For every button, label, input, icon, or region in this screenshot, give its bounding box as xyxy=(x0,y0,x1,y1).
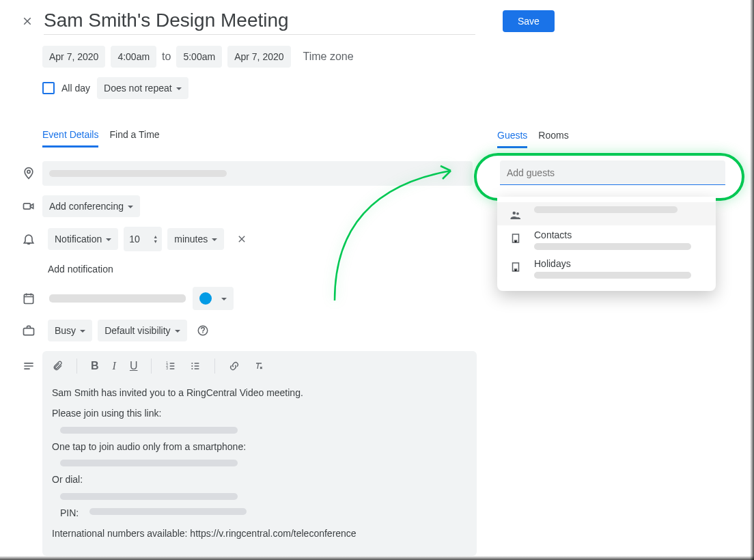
suggestion-label: Contacts xyxy=(534,229,703,240)
end-time[interactable]: 5:00am xyxy=(176,46,222,68)
suggestion-label: Holidays xyxy=(534,258,703,269)
link-icon[interactable] xyxy=(229,361,240,372)
save-button[interactable]: Save xyxy=(503,10,555,32)
location-icon xyxy=(15,167,42,180)
visibility-dropdown[interactable]: Default visibility xyxy=(98,320,186,341)
repeat-dropdown[interactable]: Does not repeat xyxy=(97,77,188,99)
desc-line: Please join using this link: xyxy=(52,406,467,421)
suggestion-row[interactable] xyxy=(497,202,716,225)
color-dot xyxy=(199,292,212,305)
add-notification-button[interactable]: Add notification xyxy=(42,261,119,277)
location-input[interactable] xyxy=(42,161,473,186)
busy-dropdown[interactable]: Busy xyxy=(48,320,92,341)
italic-icon[interactable]: I xyxy=(113,360,116,372)
notification-value-stepper[interactable]: 10 ▲▼ xyxy=(124,227,162,251)
suggestion-holidays[interactable]: Holidays xyxy=(497,254,716,283)
desc-line: One tap to join audio only from a smartp… xyxy=(52,439,467,454)
svg-rect-1 xyxy=(24,204,31,209)
svg-point-8 xyxy=(192,363,193,364)
video-icon xyxy=(15,199,42,213)
notification-type-dropdown[interactable]: Notification xyxy=(48,228,118,250)
bold-icon[interactable]: B xyxy=(91,360,99,372)
remove-notification-button[interactable] xyxy=(229,229,254,249)
svg-rect-3 xyxy=(24,328,34,335)
desc-pin: PIN: xyxy=(60,507,79,518)
desc-line: Sam Smith has invited you to a RingCentr… xyxy=(52,385,467,400)
conferencing-dropdown[interactable]: Add conferencing xyxy=(42,195,140,217)
briefcase-icon xyxy=(15,324,42,337)
desc-line: International numbers available: https:/… xyxy=(52,526,467,541)
people-icon xyxy=(509,206,523,221)
calendar-color-dropdown[interactable] xyxy=(193,287,234,310)
desc-line: Or dial: xyxy=(52,472,467,487)
building-icon xyxy=(509,229,523,244)
bullet-list-icon[interactable] xyxy=(190,361,201,372)
clear-formatting-icon[interactable] xyxy=(253,361,264,372)
add-guests-input[interactable] xyxy=(500,160,725,185)
tab-event-details[interactable]: Event Details xyxy=(42,129,98,148)
description-box[interactable]: B I U 123 Sam Smith has invited you to a… xyxy=(42,351,477,556)
calendar-icon xyxy=(15,292,42,305)
suggestion-contacts[interactable]: Contacts xyxy=(497,225,716,254)
close-button[interactable] xyxy=(14,8,41,35)
event-title-input[interactable] xyxy=(44,7,475,35)
help-icon[interactable] xyxy=(193,320,213,341)
to-label: to xyxy=(162,51,171,63)
numbered-list-icon[interactable]: 123 xyxy=(165,361,176,372)
allday-label: All day xyxy=(61,83,90,94)
guest-suggestions: Contacts Holidays xyxy=(497,197,716,291)
timezone-button[interactable]: Time zone xyxy=(303,51,354,63)
svg-point-9 xyxy=(192,365,193,367)
svg-point-11 xyxy=(513,212,516,215)
svg-point-12 xyxy=(516,212,519,215)
description-icon xyxy=(15,351,42,373)
notification-unit-dropdown[interactable]: minutes xyxy=(167,228,224,250)
svg-text:3: 3 xyxy=(167,367,169,370)
end-date[interactable]: Apr 7, 2020 xyxy=(227,46,290,68)
notification-icon xyxy=(15,232,42,246)
attachment-icon[interactable] xyxy=(52,361,63,372)
svg-point-10 xyxy=(192,368,193,369)
svg-point-0 xyxy=(27,170,30,173)
notification-value: 10 xyxy=(129,234,140,244)
underline-icon[interactable]: U xyxy=(130,360,138,372)
svg-rect-2 xyxy=(24,294,33,303)
calendar-placeholder xyxy=(49,294,186,303)
allday-checkbox[interactable] xyxy=(42,82,55,94)
start-time[interactable]: 4:00am xyxy=(111,46,156,68)
tab-rooms[interactable]: Rooms xyxy=(538,130,568,148)
building-icon xyxy=(509,258,523,273)
start-date[interactable]: Apr 7, 2020 xyxy=(42,46,105,68)
tab-find-a-time[interactable]: Find a Time xyxy=(109,129,159,148)
tab-guests[interactable]: Guests xyxy=(497,130,527,148)
